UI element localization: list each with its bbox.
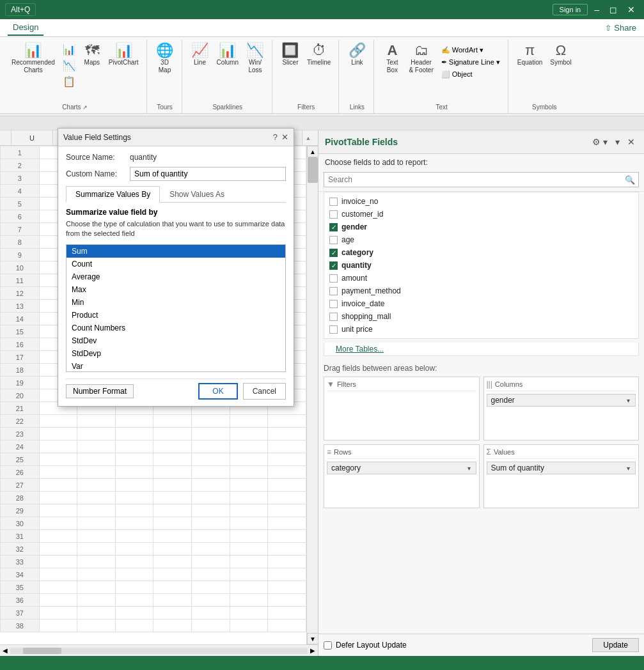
pivot-settings-btn[interactable]: ⚙ ▾ [590, 136, 610, 148]
ribbon-btn-pivotchart[interactable]: 📊 PivotChart [106, 42, 141, 68]
pivot-field-item[interactable]: customer_id [324, 208, 638, 221]
ribbon-btn-column[interactable]: 📊 [60, 42, 78, 57]
dialog-list-item[interactable]: Count [67, 258, 285, 270]
dialog-list-item[interactable]: StdDev [67, 334, 285, 347]
ribbon-btn-maps[interactable]: 🗺 Maps [81, 42, 104, 68]
horizontal-scrollbar[interactable]: ◀ ▶ [0, 644, 318, 656]
dialog-list-item[interactable]: Var [67, 360, 285, 372]
ribbon-btn-winloss[interactable]: 📉 Win/Loss [244, 42, 267, 75]
pivot-field-item[interactable]: shopping_mall [324, 310, 638, 323]
link-icon: 🔗 [349, 43, 366, 58]
pivot-field-checkbox[interactable] [329, 236, 338, 244]
ribbon-btn-object[interactable]: ⬜ Object [439, 69, 503, 80]
dialog-list-item[interactable]: Min [67, 296, 285, 309]
pivot-field-checkbox[interactable]: ✓ [329, 261, 338, 270]
dialog-list-item[interactable]: Count Numbers [67, 322, 285, 334]
pivot-close-btn[interactable]: ✕ [625, 136, 638, 148]
pivot-field-item[interactable]: unit price [324, 323, 638, 336]
restore-icon[interactable]: ◻ [606, 4, 621, 15]
pivot-field-checkbox[interactable] [329, 313, 338, 321]
scroll-track[interactable] [307, 157, 318, 633]
pivot-field-checkbox[interactable] [329, 210, 338, 219]
values-quantity-select[interactable]: Sum of quantity [491, 464, 632, 472]
dialog-list-item[interactable]: Sum [67, 245, 285, 258]
share-label[interactable]: Share [614, 23, 636, 33]
pivot-field-name: customer_id [342, 210, 383, 219]
pivot-field-checkbox[interactable] [329, 198, 338, 206]
pivot-field-item[interactable]: amount [324, 272, 638, 284]
dialog-help-icon[interactable]: ? [273, 132, 278, 142]
pivot-update-btn[interactable]: Update [592, 638, 639, 652]
columns-area-gender-item[interactable]: gender [487, 394, 636, 407]
pivot-collapse-btn[interactable]: ▾ [613, 136, 622, 148]
rows-category-select[interactable]: category [331, 464, 472, 472]
pivot-field-checkbox[interactable] [329, 300, 338, 308]
ribbon-btn-line-sparkline[interactable]: 📈 Line [189, 42, 212, 68]
pivot-field-item[interactable]: ✓quantity [324, 259, 638, 272]
values-area-quantity-item[interactable]: Sum of quantity [487, 462, 636, 474]
number-format-button[interactable]: Number Format [66, 384, 134, 398]
ribbon-btn-column-sparkline[interactable]: 📊 Column [214, 42, 241, 68]
scroll-left-btn[interactable]: ◀ [0, 647, 10, 654]
custom-name-input[interactable] [130, 167, 286, 181]
pivot-search-input[interactable] [324, 172, 639, 187]
ribbon-group-filters: 🔲 Slicer ⏱ Timeline Filters [274, 40, 339, 113]
pivot-field-checkbox[interactable] [329, 287, 338, 295]
columns-gender-select[interactable]: gender [491, 396, 632, 405]
h-scroll-track[interactable] [10, 648, 308, 654]
scroll-up-header-icon[interactable]: ▲ [302, 130, 314, 146]
pivot-field-checkbox[interactable] [329, 325, 338, 334]
ribbon-btn-pie[interactable]: 📋 [60, 74, 78, 89]
ribbon-btn-header-footer[interactable]: 🗂 Header& Footer [406, 42, 436, 75]
ribbon-btn-textbox[interactable]: A TextBox [381, 42, 404, 75]
ribbon-btn-signature[interactable]: ✒ Signature Line ▾ [439, 57, 503, 68]
ribbon-btn-equation[interactable]: π Equation [515, 42, 545, 68]
ribbon-btn-slicer[interactable]: 🔲 Slicer [279, 42, 302, 68]
dialog-cancel-button[interactable]: Cancel [243, 383, 286, 400]
dialog-listbox[interactable]: SumCountAverageMaxMinProductCount Number… [66, 244, 286, 372]
ribbon-btn-3d-map[interactable]: 🌐 3DMap [153, 42, 177, 75]
dialog-list-item[interactable]: Max [67, 283, 285, 296]
pivot-area-rows[interactable]: ≡ Rows category [324, 444, 480, 508]
h-scroll-thumb[interactable] [23, 648, 61, 654]
pivot-area-columns[interactable]: ||| Columns gender [483, 377, 640, 440]
design-tab[interactable]: Design [8, 20, 43, 36]
scroll-thumb[interactable] [308, 157, 318, 183]
scroll-right-btn[interactable]: ▶ [308, 647, 318, 654]
pivot-field-item[interactable]: invoice_date [324, 297, 638, 310]
pivot-field-checkbox[interactable]: ✓ [329, 249, 338, 257]
rows-area-category-item[interactable]: category [327, 462, 476, 474]
scroll-up-btn[interactable]: ▲ [307, 146, 318, 157]
pivot-area-values[interactable]: Σ Values Sum of quantity [483, 444, 640, 508]
tab-show-values[interactable]: Show Values As [160, 186, 234, 203]
ribbon-btn-link[interactable]: 🔗 Link [345, 42, 368, 68]
pivot-field-checkbox[interactable] [329, 274, 338, 283]
pivot-field-item[interactable]: invoice_no [324, 195, 638, 208]
altq-label[interactable]: Alt+Q [5, 3, 36, 16]
minimize-icon[interactable]: – [590, 4, 603, 15]
ribbon-btn-wordart[interactable]: ✍ WordArt ▾ [439, 45, 503, 56]
pivot-area-filters[interactable]: ▼ Filters [324, 377, 480, 440]
signin-button[interactable]: Sign in [553, 4, 588, 15]
defer-update-checkbox[interactable] [324, 641, 332, 650]
pivot-field-item[interactable]: ✓gender [324, 221, 638, 233]
dialog-close-icon[interactable]: ✕ [281, 132, 288, 142]
scroll-down-btn[interactable]: ▼ [307, 633, 318, 644]
vertical-scrollbar[interactable]: ▲ ▼ [306, 146, 318, 644]
dialog-list-item[interactable]: Product [67, 309, 285, 322]
pivot-field-item[interactable]: age [324, 233, 638, 246]
ribbon-btn-recommended-charts[interactable]: 📊 RecommendedCharts [9, 42, 58, 75]
ribbon-btn-timeline[interactable]: ⏱ Timeline [304, 42, 333, 68]
pivot-field-item[interactable]: ✓category [324, 246, 638, 259]
pivot-field-item[interactable]: payment_method [324, 284, 638, 297]
pivot-field-checkbox[interactable]: ✓ [329, 223, 338, 231]
dialog-list-item[interactable]: StdDevp [67, 347, 285, 360]
ribbon-btn-symbol[interactable]: Ω Symbol [547, 42, 574, 68]
charts-expand-icon[interactable]: ↗ [82, 104, 88, 111]
more-tables-link[interactable]: More Tables... [324, 343, 639, 356]
tab-summarize-values[interactable]: Summarize Values By [66, 186, 160, 203]
ribbon-btn-line[interactable]: 📉 [60, 58, 78, 73]
dialog-ok-button[interactable]: OK [198, 383, 237, 400]
dialog-list-item[interactable]: Average [67, 270, 285, 283]
close-icon[interactable]: ✕ [624, 4, 639, 15]
